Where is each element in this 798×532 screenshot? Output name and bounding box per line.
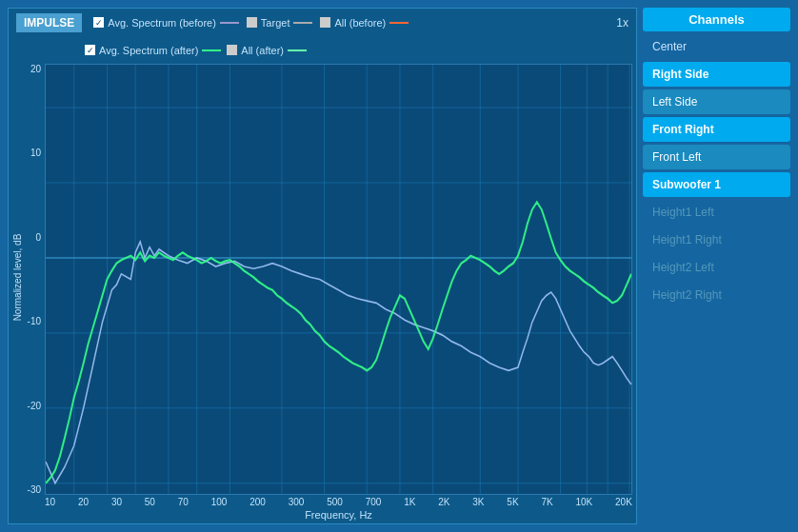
legend-label-all-before: All (before) [334, 17, 386, 29]
chart-body: 20 10 0 -10 -20 -30 Normalized level, dB [9, 60, 636, 523]
x-tick-3k: 3K [472, 497, 484, 507]
legend-item-avg-after: ✓ Avg. Spectrum (after) [85, 45, 221, 56]
x-tick-200: 200 [249, 497, 266, 507]
channel-label-center: Center [652, 40, 687, 53]
channel-item-subwoofer1[interactable]: Subwoofer 1 [643, 172, 790, 197]
chart-plot[interactable] [45, 64, 632, 495]
checkbox-avg-before[interactable]: ✓ [93, 17, 104, 28]
channel-label-right-side: Right Side [652, 68, 708, 81]
legend-line-target [293, 22, 312, 24]
channel-label-subwoofer1: Subwoofer 1 [652, 178, 721, 191]
x-tick-500: 500 [327, 497, 343, 507]
main-container: IMPULSE ✓ Avg. Spectrum (before) Target … [0, 0, 798, 532]
chart-area: IMPULSE ✓ Avg. Spectrum (before) Target … [8, 8, 637, 524]
channel-label-height2-right: Height2 Right [652, 288, 722, 302]
checkbox-all-after[interactable] [227, 45, 237, 55]
legend-line-all-after [288, 49, 307, 51]
y-tick-10: 10 [30, 148, 41, 158]
x-tick-70: 70 [178, 497, 189, 507]
channel-label-height1-right: Height1 Right [652, 233, 722, 246]
x-axis-area: 10 20 30 50 70 100 200 300 500 700 1K 2K… [45, 495, 632, 522]
legend-line-all-before [389, 22, 409, 24]
y-tick-20: 20 [30, 64, 41, 74]
x-tick-700: 700 [366, 497, 382, 507]
channel-item-front-right[interactable]: Front Right [643, 117, 790, 142]
x-tick-10k: 10K [575, 497, 592, 507]
zoom-indicator: 1x [616, 16, 628, 30]
x-axis-labels: 10 20 30 50 70 100 200 300 500 700 1K 2K… [45, 495, 632, 509]
channel-label-height1-left: Height1 Left [652, 206, 714, 219]
x-axis-title: Frequency, Hz [45, 509, 632, 521]
x-tick-30: 30 [111, 497, 122, 507]
channel-item-front-left[interactable]: Front Left [643, 145, 790, 169]
y-tick-neg10: -10 [28, 316, 41, 326]
checkbox-all-before[interactable] [320, 17, 330, 28]
y-tick-0: 0 [35, 232, 41, 243]
channel-label-left-side: Left Side [652, 95, 697, 108]
legend-label-all-after: All (after) [241, 45, 284, 56]
x-tick-5k: 5K [507, 497, 518, 507]
legend-label-avg-before: Avg. Spectrum (before) [108, 17, 216, 29]
legend-item-target: Target [247, 17, 313, 29]
channel-item-height2-left[interactable]: Height2 Left [643, 255, 790, 280]
y-tick-neg30: -30 [28, 484, 41, 495]
channel-label-front-left: Front Left [652, 150, 701, 164]
channels-header: Channels [643, 8, 790, 31]
channel-item-center[interactable]: Center [643, 34, 790, 59]
x-tick-2k: 2K [438, 497, 449, 507]
x-tick-20k: 20K [615, 497, 632, 507]
channel-item-right-side[interactable]: Right Side [643, 62, 790, 87]
y-axis-label: Normalized level, dB [12, 221, 23, 335]
channel-label-height2-left: Height2 Left [652, 261, 714, 274]
legend-item-all-after: All (after) [227, 45, 307, 56]
legend-label-target: Target [261, 17, 290, 29]
channel-item-left-side[interactable]: Left Side [643, 89, 790, 114]
channel-item-height2-right[interactable]: Height2 Right [643, 283, 790, 307]
x-tick-10: 10 [45, 497, 55, 507]
x-tick-50: 50 [145, 497, 155, 507]
right-panel: Channels Center Right Side Left Side Fro… [643, 8, 790, 524]
checkbox-avg-after[interactable]: ✓ [85, 45, 95, 55]
x-tick-7k: 7K [541, 497, 552, 507]
legend-item-all-before: All (before) [320, 17, 409, 29]
x-tick-300: 300 [289, 497, 305, 507]
x-tick-20: 20 [78, 497, 89, 507]
channel-item-height1-left[interactable]: Height1 Left [643, 200, 790, 225]
checkbox-target[interactable] [247, 17, 257, 28]
legend-bar: IMPULSE ✓ Avg. Spectrum (before) Target … [9, 9, 636, 60]
legend-label-avg-after: Avg. Spectrum (after) [99, 45, 198, 56]
x-tick-100: 100 [211, 497, 228, 507]
legend-item-avg-before: ✓ Avg. Spectrum (before) [93, 17, 239, 29]
y-tick-neg20: -20 [28, 401, 41, 411]
channel-item-height1-right[interactable]: Height1 Right [643, 227, 790, 252]
y-axis-label-container: Normalized level, dB [10, 60, 24, 495]
impulse-badge: IMPULSE [16, 13, 82, 32]
legend-line-avg-after [202, 49, 221, 51]
chart-svg [46, 65, 631, 494]
channel-label-front-right: Front Right [652, 123, 714, 136]
legend-line-avg-before [220, 22, 239, 24]
x-tick-1k: 1K [404, 497, 415, 507]
